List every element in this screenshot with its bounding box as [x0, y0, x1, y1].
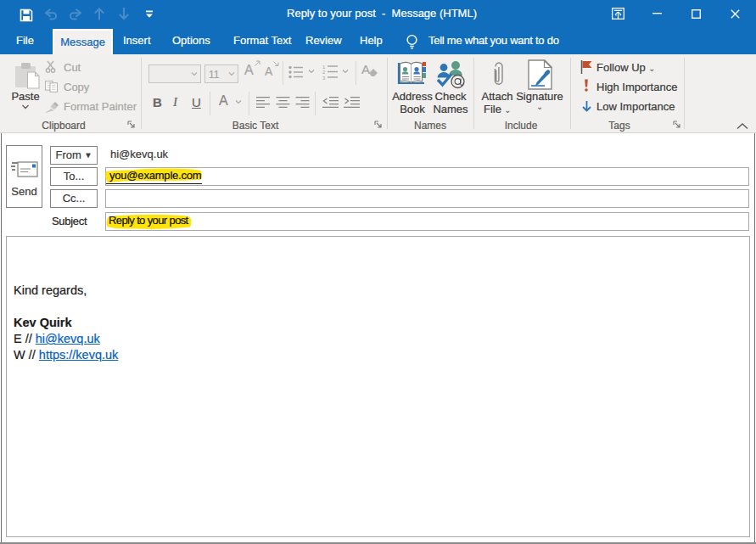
svg-text:1: 1	[322, 64, 326, 70]
svg-text:2: 2	[322, 70, 326, 75]
svg-text:3: 3	[322, 76, 326, 81]
